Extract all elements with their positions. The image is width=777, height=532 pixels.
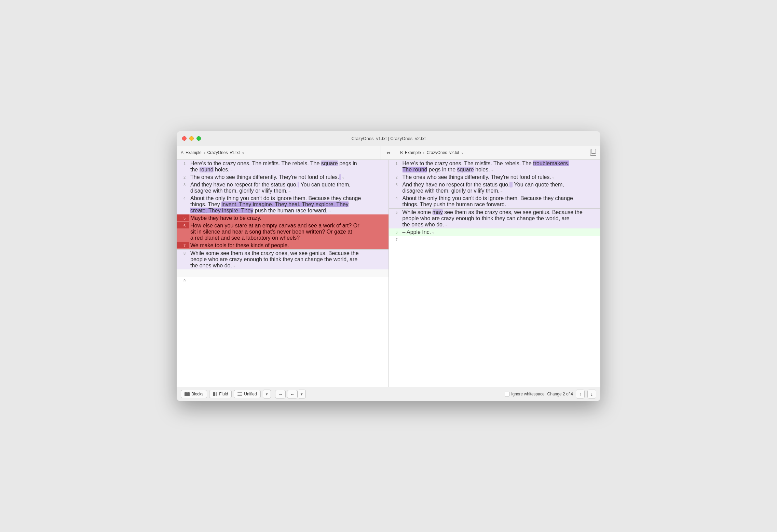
right-pane-header: B Example › CrazyOnes_v2.txt ∨ xyxy=(396,146,600,159)
minimize-button[interactable] xyxy=(189,136,194,141)
unified-button[interactable]: Unified xyxy=(234,390,260,398)
left-line-8: 8 While some see them as the crazy ones,… xyxy=(177,250,388,269)
right-empty-space xyxy=(389,243,601,346)
left-linenum-4: 4 xyxy=(177,195,189,201)
left-linenum-8: 8 xyxy=(177,250,189,256)
swap-arrows[interactable]: ⇔ xyxy=(381,150,396,155)
maximize-button[interactable] xyxy=(196,136,201,141)
right-lines[interactable]: 1 Here's to the crazy ones. The misfits.… xyxy=(389,160,601,387)
right-linecontent-6: – Apple Inc. ¬ xyxy=(401,228,601,236)
right-linenum-7: 7 xyxy=(389,236,401,243)
right-linenum-6: 6 xyxy=(389,228,401,235)
left-linenum-5: 5 xyxy=(177,214,189,221)
right-line-4: 4 About the only thing you can't do is i… xyxy=(389,195,601,208)
right-breadcrumb-sep: › xyxy=(423,150,425,155)
view-mode-dropdown[interactable]: ▼ xyxy=(263,390,271,398)
left-empty-space xyxy=(177,284,388,387)
fluid-button[interactable]: Fluid xyxy=(209,390,232,398)
copy-icon[interactable] xyxy=(590,150,596,156)
swap-icon: ⇔ xyxy=(386,150,391,155)
left-line-9: 9 xyxy=(177,277,388,284)
down-arrow-icon: ↓ xyxy=(591,392,593,397)
left-line-5: 5 Maybe they have to be crazy. ¬ xyxy=(177,214,388,222)
left-filename[interactable]: CrazyOnes_v1.txt xyxy=(207,150,240,155)
left-line-empty-1 xyxy=(177,269,388,277)
main-window: CrazyOnes_v1.txt | CrazyOnes_v2.txt A Ex… xyxy=(177,131,600,401)
right-linenum-2: 2 xyxy=(389,173,401,180)
close-button[interactable] xyxy=(182,136,187,141)
right-linenum-1: 1 xyxy=(389,160,401,167)
footer-right: Ignore whitespace Change 2 of 4 ↑ ↓ xyxy=(505,390,596,398)
checkbox-icon xyxy=(505,392,509,396)
left-linecontent-6: How else can you stare at an empty canva… xyxy=(189,222,388,242)
view-dropdown-icon: ▼ xyxy=(265,392,269,396)
left-linenum-7: 7 xyxy=(177,242,189,249)
left-linenum-empty xyxy=(177,269,189,270)
ignore-whitespace-label: Ignore whitespace xyxy=(511,392,544,396)
right-line-1: 1 Here's to the crazy ones. The misfits.… xyxy=(389,160,601,173)
right-linecontent-2: The ones who see things differently. The… xyxy=(401,173,601,181)
prev-change-button[interactable]: ↑ xyxy=(576,390,585,398)
up-arrow-icon: ↑ xyxy=(579,392,582,397)
left-linenum-6: 6 xyxy=(177,222,189,229)
apply-right-button[interactable]: ← xyxy=(287,390,298,398)
right-linenum-4: 4 xyxy=(389,195,401,201)
left-breadcrumb-sep: › xyxy=(204,150,205,155)
right-linenum-5: 5 xyxy=(389,209,401,215)
left-linecontent-2: The ones who see things differently. The… xyxy=(189,173,388,181)
left-lines[interactable]: 1 Here's to the crazy ones. The misfits.… xyxy=(177,160,388,387)
apply-dropdown[interactable]: ▼ xyxy=(298,390,306,398)
right-line-5: 5 While some may see them as the crazy o… xyxy=(389,209,601,228)
blocks-label: Blocks xyxy=(191,392,203,396)
diff-content: 1 Here's to the crazy ones. The misfits.… xyxy=(177,160,600,387)
right-linenum-3: 3 xyxy=(389,181,401,188)
left-line-4: 4 About the only thing you can't do is i… xyxy=(177,195,388,214)
footer: Blocks Fluid Unified ▼ → xyxy=(177,387,600,401)
left-linecontent-8: While some see them as the crazy ones, w… xyxy=(189,250,388,269)
titlebar: CrazyOnes_v1.txt | CrazyOnes_v2.txt xyxy=(177,131,600,146)
left-pane-wrapper: 1 Here's to the crazy ones. The misfits.… xyxy=(177,160,389,387)
left-linecontent-3: And they have no respect for the status … xyxy=(189,181,388,195)
left-linenum-2: 2 xyxy=(177,173,189,180)
left-pane-header: A Example › CrazyOnes_v1.txt ∨ xyxy=(177,146,381,159)
unified-label: Unified xyxy=(244,392,257,396)
left-line-2: 2 The ones who see things differently. T… xyxy=(177,173,388,181)
header-bar: A Example › CrazyOnes_v1.txt ∨ ⇔ B Examp… xyxy=(177,146,600,160)
blocks-icon xyxy=(185,392,190,396)
left-linecontent-5: Maybe they have to be crazy. ¬ xyxy=(189,214,388,222)
apply-left-icon: → xyxy=(278,392,283,397)
right-filename[interactable]: CrazyOnes_v2.txt xyxy=(426,150,459,155)
apply-left-button[interactable]: → xyxy=(275,390,286,398)
right-linecontent-1: Here's to the crazy ones. The misfits. T… xyxy=(401,160,601,173)
left-linenum-1: 1 xyxy=(177,160,189,167)
left-line-1: 1 Here's to the crazy ones. The misfits.… xyxy=(177,160,388,173)
left-folder[interactable]: Example xyxy=(186,150,202,155)
left-linecontent-4: About the only thing you can't do is ign… xyxy=(189,195,388,214)
right-pane-label: B xyxy=(400,150,403,155)
right-line-7: 7 xyxy=(389,236,601,243)
left-pane-label: A xyxy=(181,150,183,155)
right-folder[interactable]: Example xyxy=(405,150,421,155)
blocks-button[interactable]: Blocks xyxy=(181,390,207,398)
left-linenum-3: 3 xyxy=(177,181,189,188)
left-linecontent-7: We make tools for these kinds of people.… xyxy=(189,242,388,249)
left-linecontent-1: Here's to the crazy ones. The misfits. T… xyxy=(189,160,388,173)
fluid-label: Fluid xyxy=(219,392,228,396)
left-dropdown-arrow[interactable]: ∨ xyxy=(242,151,244,155)
ignore-whitespace-checkbox[interactable]: Ignore whitespace xyxy=(505,392,544,396)
next-change-button[interactable]: ↓ xyxy=(587,390,596,398)
left-line-7: 7 We make tools for these kinds of peopl… xyxy=(177,242,388,249)
apply-dropdown-icon: ▼ xyxy=(300,392,303,396)
right-linecontent-7 xyxy=(401,236,601,237)
left-linecontent-9 xyxy=(189,277,388,278)
left-line-6: 6 How else can you stare at an empty can… xyxy=(177,222,388,242)
right-linecontent-3: And they have no respect for the status … xyxy=(401,181,601,195)
left-line-3: 3 And they have no respect for the statu… xyxy=(177,181,388,195)
right-dropdown-arrow[interactable]: ∨ xyxy=(461,151,464,155)
right-pane-wrapper: 1 Here's to the crazy ones. The misfits.… xyxy=(389,160,601,387)
window-title: CrazyOnes_v1.txt | CrazyOnes_v2.txt xyxy=(351,136,425,141)
right-linecontent-4: About the only thing you can't do is ign… xyxy=(401,195,601,208)
right-line-6: 6 – Apple Inc. ¬ xyxy=(389,228,601,236)
right-line-2: 2 The ones who see things differently. T… xyxy=(389,173,601,181)
traffic-lights xyxy=(182,136,201,141)
